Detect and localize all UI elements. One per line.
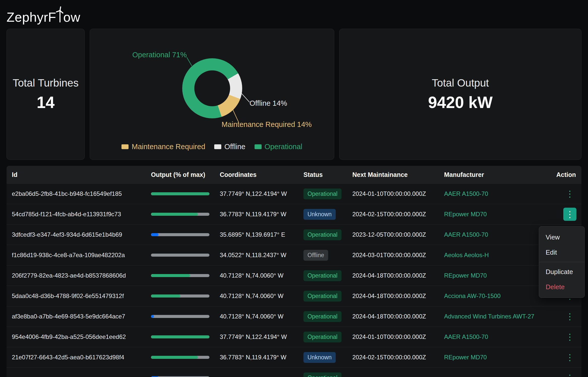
legend-item-operational[interactable]: Operational	[255, 143, 302, 151]
table-header: Id Output (% of max) Coordinates Status …	[7, 166, 581, 183]
col-header-id: Id	[12, 171, 151, 178]
manufacturer-link[interactable]: Advanced Wind Turbines AWT-27	[444, 313, 555, 320]
status-donut-chart[interactable]	[182, 58, 242, 118]
next-maintenance-date: 2024-04-18T00:00:00.000Z	[352, 272, 444, 279]
col-header-action: Action	[555, 171, 581, 178]
output-progress-track	[151, 274, 209, 277]
row-actions-button[interactable]	[563, 310, 576, 323]
legend-item-offline[interactable]: Offline	[214, 143, 245, 151]
manufacturer-link[interactable]: REpower MD70	[444, 272, 555, 279]
legend-item-maintenance[interactable]: Maintenance Required	[121, 143, 205, 151]
manufacturer-link[interactable]: REpower MD70	[444, 211, 555, 218]
status-badge: Operational	[303, 372, 342, 377]
table-row: 3dfcedf3-e347-4ef3-934d-6d615e1b4b69 35.…	[7, 224, 581, 245]
turbine-id: 21e07f27-6643-42d5-aea0-b617623d98f4	[12, 354, 151, 361]
total-turbines-label: Total Turbines	[13, 77, 78, 89]
coordinates: 34.0522° N,118.2437° W	[220, 252, 303, 259]
next-maintenance-date: 2024-01-10T00:00:00.000Z	[352, 190, 444, 197]
col-header-output: Output (% of max)	[151, 171, 220, 178]
status-cell: Operational	[303, 188, 352, 199]
output-cell	[151, 274, 220, 277]
table-row: af3e8ba0-a7bb-4e69-8543-5e9dc664ace7 40.…	[7, 306, 581, 327]
turbine-id: 954e4006-4fb9-42ba-a525-056dee1eed62	[12, 333, 151, 340]
table-row: e2ba06d5-2fb8-41bc-b948-fc16549ef185 37.…	[7, 183, 581, 204]
turbine-id: 3dfcedf3-e347-4ef3-934d-6d615e1b4b69	[12, 231, 151, 238]
status-cell: Unknown	[303, 209, 352, 220]
turbines-table: Id Output (% of max) Coordinates Status …	[7, 166, 581, 377]
next-maintenance-date: 2024-02-15T00:00:00.000Z	[352, 354, 444, 361]
output-progress-track	[151, 213, 209, 216]
menu-item-edit[interactable]: Edit	[539, 245, 584, 260]
col-header-manufacturer: Manufacturer	[444, 171, 555, 178]
output-progress-bar	[151, 213, 198, 216]
legend-label-operational: Operational	[265, 143, 302, 151]
coordinates: 37.7749° N,122.4194° W	[220, 190, 303, 197]
output-progress-bar	[151, 294, 180, 298]
output-progress-bar	[151, 356, 198, 359]
output-progress-track	[151, 294, 209, 298]
table-row: f1c86d19-938c-4ce8-a7ea-109ae482202a 34.…	[7, 245, 581, 265]
row-actions-button[interactable]	[563, 208, 576, 221]
status-cell: Operational	[303, 229, 352, 240]
manufacturer-link[interactable]: AAER A1500-70	[444, 190, 555, 197]
status-badge: Unknown	[303, 209, 336, 220]
output-cell	[151, 335, 220, 338]
status-badge: Operational	[303, 291, 342, 302]
legend-label-maintenance: Maintenance Required	[132, 143, 205, 151]
manufacturer-link[interactable]: AAER A1500-70	[444, 333, 555, 340]
donut-label-offline: Offline 14%	[250, 99, 287, 107]
output-cell	[151, 315, 220, 318]
app-header: ZephyrF ow	[0, 6, 588, 22]
table-row: 54cd785d-f121-4fcb-ab4d-e113931f9c73 36.…	[7, 204, 581, 224]
turbine-id: f1c86d19-938c-4ce8-a7ea-109ae482202a	[12, 252, 151, 259]
table-row: 21e07f27-6643-42d5-aea0-b617623d98f4 36.…	[7, 347, 581, 367]
next-maintenance-date: 2024-01-10T00:00:00.000Z	[352, 333, 444, 340]
action-cell	[555, 310, 581, 323]
row-actions-button[interactable]	[563, 330, 576, 343]
turbine-id: 54cd785d-f121-4fcb-ab4d-e113931f9c73	[12, 211, 151, 218]
next-maintenance-date: 2024-03-01T00:00:00.000Z	[352, 252, 444, 259]
donut-label-operational: Operational 71%	[132, 51, 187, 59]
status-cell: Operational	[303, 372, 352, 377]
menu-item-view[interactable]: View	[539, 230, 584, 245]
total-output-value: 9420 kW	[428, 93, 492, 112]
menu-item-duplicate[interactable]: Duplicate	[539, 264, 584, 279]
status-badge: Operational	[303, 188, 342, 199]
output-cell	[151, 294, 220, 298]
coordinates: 40.7128° N,74.0060° W	[220, 272, 303, 279]
manufacturer-link[interactable]: Acciona AW-70-1500	[444, 292, 555, 300]
status-cell: Offline	[303, 250, 352, 261]
row-actions-button[interactable]	[563, 351, 576, 364]
next-maintenance-date: 2024-04-18T00:00:00.000Z	[352, 313, 444, 320]
turbine-id: 5daa0c48-d36b-4788-9f02-6e551479312f	[12, 292, 151, 300]
turbine-id: 206f2779-82ea-4823-ae4d-b8537868606d	[12, 272, 151, 279]
logo-text-post: ow	[63, 10, 80, 24]
manufacturer-link[interactable]: Aeolos Aeolos-H	[444, 252, 555, 259]
output-progress-track	[151, 192, 209, 195]
status-badge: Operational	[303, 270, 342, 281]
total-output-label: Total Output	[432, 77, 489, 89]
output-progress-bar	[151, 274, 190, 277]
status-cell: Operational	[303, 332, 352, 342]
output-progress-track	[151, 233, 209, 236]
table-row: 5daa0c48-d36b-4788-9f02-6e551479312f 40.…	[7, 286, 581, 306]
status-cell: Operational	[303, 311, 352, 322]
manufacturer-link[interactable]: REpower MD70	[444, 354, 555, 361]
menu-divider	[539, 262, 584, 262]
row-actions-button[interactable]	[563, 371, 576, 377]
total-output-card: Total Output 9420 kW	[339, 29, 581, 160]
turbine-id: e2ba06d5-2fb8-41bc-b948-fc16549ef185	[12, 190, 151, 197]
menu-item-delete[interactable]: Delete	[539, 279, 584, 294]
coordinates: 37.7749° N,122.4194° W	[220, 333, 303, 340]
col-header-status: Status	[303, 171, 352, 178]
output-cell	[151, 213, 220, 216]
status-badge: Offline	[303, 250, 328, 261]
output-cell	[151, 233, 220, 236]
manufacturer-link[interactable]: AAER A1500-70	[444, 231, 555, 238]
row-actions-button[interactable]	[563, 187, 576, 200]
col-header-coordinates: Coordinates	[220, 171, 303, 178]
output-progress-bar	[151, 192, 209, 195]
status-cell: Operational	[303, 291, 352, 302]
operational-swatch	[255, 144, 262, 149]
status-badge: Operational	[303, 311, 342, 322]
